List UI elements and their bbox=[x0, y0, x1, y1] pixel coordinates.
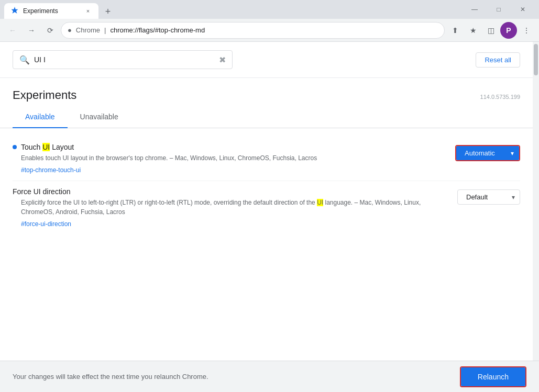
share-button[interactable]: ⬆ bbox=[447, 22, 464, 39]
window-controls: — □ ✕ bbox=[458, 0, 539, 19]
experiment-force-ui-direction: Force UI direction Explicitly force the … bbox=[13, 181, 520, 234]
tab-strip: Experiments × + bbox=[0, 3, 458, 19]
maximize-button[interactable]: □ bbox=[487, 0, 511, 19]
split-view-button[interactable]: ◫ bbox=[482, 22, 499, 39]
experiment-touch-ui-layout: Touch UI Layout Enables touch UI layout … bbox=[13, 137, 520, 181]
experiment-info-touch-ui: Touch UI Layout Enables touch UI layout … bbox=[13, 143, 447, 174]
toolbar-actions: ⬆ ★ ◫ P ⋮ bbox=[447, 22, 535, 39]
version-text: 114.0.5735.199 bbox=[480, 94, 520, 100]
experiment-control-force-ui: Default LTR RTL bbox=[457, 187, 520, 205]
bottom-bar: Your changes will take effect the next t… bbox=[0, 361, 539, 392]
tab-navigation: Available Unavailable bbox=[0, 106, 533, 128]
scrollbar[interactable] bbox=[533, 42, 539, 361]
highlight-ui-2: UI bbox=[317, 199, 323, 206]
menu-button[interactable]: ⋮ bbox=[518, 22, 535, 39]
relaunch-button-container: Relaunch bbox=[460, 366, 526, 387]
experiment-description: Enables touch UI layout in the browser's… bbox=[21, 153, 447, 163]
close-button[interactable]: ✕ bbox=[511, 0, 535, 19]
browser-window: Experiments × + — □ ✕ ← → ⟳ ● Chrome | c… bbox=[0, 0, 539, 392]
back-button[interactable]: ← bbox=[4, 22, 21, 39]
url-text: chrome://flags/#top-chrome-md bbox=[111, 26, 438, 34]
force-ui-direction-select[interactable]: Default LTR RTL bbox=[457, 189, 520, 205]
toolbar: ← → ⟳ ● Chrome | chrome://flags/#top-chr… bbox=[0, 19, 539, 42]
relaunch-button[interactable]: Relaunch bbox=[461, 367, 525, 386]
tab-favicon bbox=[10, 7, 19, 15]
experiment-title: Touch UI Layout bbox=[21, 143, 74, 151]
tab-close-button[interactable]: × bbox=[84, 7, 92, 15]
experiment-title-row: Touch UI Layout bbox=[13, 143, 447, 151]
select-container-automatic: Default Enabled Disabled Automatic bbox=[456, 146, 519, 160]
experiments-list: Touch UI Layout Enables touch UI layout … bbox=[0, 128, 533, 243]
active-tab[interactable]: Experiments × bbox=[4, 3, 98, 19]
minimize-button[interactable]: — bbox=[463, 0, 487, 19]
search-box: 🔍 ✖ bbox=[13, 50, 233, 69]
experiment-link-2[interactable]: #force-ui-direction bbox=[21, 220, 71, 228]
experiments-header: Experiments 114.0.5735.199 bbox=[0, 78, 533, 106]
tab-available[interactable]: Available bbox=[13, 106, 68, 128]
page-content: 🔍 ✖ Reset all Experiments 114.0.5735.199… bbox=[0, 42, 539, 361]
new-tab-button[interactable]: + bbox=[101, 4, 115, 19]
experiment-title-row-2: Force UI direction bbox=[13, 187, 449, 196]
forward-button[interactable]: → bbox=[23, 22, 40, 39]
highlight-ui: UI bbox=[42, 143, 50, 151]
experiment-link[interactable]: #top-chrome-touch-ui bbox=[21, 166, 81, 174]
chrome-site-label: Chrome bbox=[76, 26, 100, 34]
tab-label: Experiments bbox=[23, 7, 80, 15]
clear-search-button[interactable]: ✖ bbox=[219, 55, 226, 65]
reload-button[interactable]: ⟳ bbox=[42, 22, 59, 39]
address-bar[interactable]: ● Chrome | chrome://flags/#top-chrome-md bbox=[61, 22, 445, 39]
bookmark-button[interactable]: ★ bbox=[465, 22, 481, 39]
page-title: Experiments bbox=[13, 88, 76, 102]
select-container-default: Default LTR RTL bbox=[457, 189, 520, 205]
tab-unavailable[interactable]: Unavailable bbox=[68, 106, 131, 128]
search-input[interactable] bbox=[34, 55, 215, 64]
title-bar: Experiments × + — □ ✕ bbox=[0, 0, 539, 19]
active-dot bbox=[13, 145, 17, 149]
relaunch-message: Your changes will take effect the next t… bbox=[13, 373, 208, 380]
search-area: 🔍 ✖ Reset all bbox=[0, 42, 533, 78]
page-inner: 🔍 ✖ Reset all Experiments 114.0.5735.199… bbox=[0, 42, 533, 361]
experiment-control-touch-ui: Default Enabled Disabled Automatic bbox=[455, 143, 520, 161]
dropdown-red-border: Default Enabled Disabled Automatic bbox=[455, 145, 520, 161]
experiment-title-2: Force UI direction bbox=[13, 187, 70, 196]
reset-all-button[interactable]: Reset all bbox=[476, 52, 520, 68]
search-icon: 🔍 bbox=[19, 55, 30, 65]
url-separator: | bbox=[104, 26, 106, 34]
site-icon: ● bbox=[68, 26, 72, 34]
scrollbar-thumb[interactable] bbox=[534, 44, 538, 75]
experiment-info-force-ui: Force UI direction Explicitly force the … bbox=[13, 187, 449, 228]
touch-ui-select[interactable]: Default Enabled Disabled Automatic bbox=[456, 146, 519, 160]
profile-button[interactable]: P bbox=[500, 22, 517, 39]
experiment-description-2: Explicitly force the UI to left-to-right… bbox=[21, 198, 449, 217]
